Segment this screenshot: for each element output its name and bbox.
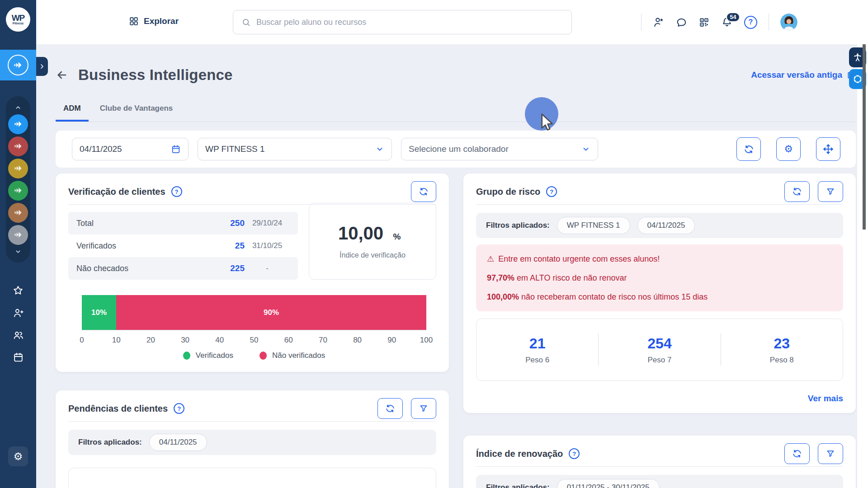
- units-scroll-up-button[interactable]: [14, 103, 22, 112]
- invite-user-button[interactable]: [653, 16, 665, 28]
- applied-filters: Filtros aplicados: 04/11/2025: [68, 430, 436, 455]
- legend-label: Verificados: [196, 351, 233, 360]
- refresh-all-button[interactable]: [736, 137, 761, 161]
- search-input[interactable]: [256, 18, 563, 27]
- filter-button[interactable]: [818, 443, 843, 464]
- dashboard-settings-button[interactable]: ⚙: [776, 137, 801, 161]
- unit-select[interactable]: WP FITNESS 1: [198, 138, 392, 160]
- row-date: 29/10/24: [245, 219, 290, 228]
- chevron-up-icon: [14, 103, 22, 112]
- star-icon: [12, 285, 24, 296]
- help-icon[interactable]: ?: [546, 186, 557, 197]
- stat-value: 21: [529, 335, 546, 352]
- notification-badge: 54: [726, 12, 740, 22]
- user-avatar[interactable]: [780, 14, 797, 31]
- unit-logo-icon: [8, 55, 28, 75]
- unit-switcher: [6, 96, 30, 263]
- gear-icon: ⚙: [14, 450, 23, 463]
- logo-subtext: Fitness: [13, 22, 24, 25]
- question-icon: ?: [550, 188, 553, 195]
- qr-code-button[interactable]: [698, 17, 710, 28]
- unit-circle-2[interactable]: [8, 136, 28, 156]
- help-icon[interactable]: ?: [569, 448, 580, 459]
- chat-icon: [676, 17, 687, 28]
- unit-circle-3[interactable]: [8, 159, 28, 178]
- sidebar-expand-button[interactable]: [36, 57, 48, 76]
- help-button[interactable]: ?: [744, 16, 757, 29]
- global-filter-bar: 04/11/2025 WP FITNESS 1 Selecione um col…: [56, 131, 856, 168]
- filter-button[interactable]: [411, 398, 436, 419]
- stat-peso-6: 21 Peso 6: [476, 335, 598, 365]
- notifications-button[interactable]: 54: [721, 16, 733, 28]
- page-scrollbar[interactable]: [863, 44, 866, 230]
- filter-chip: 04/11/2025: [149, 434, 207, 451]
- legacy-version-link[interactable]: Acessar versão antiga: [751, 70, 856, 80]
- accessibility-icon: [853, 52, 863, 62]
- back-button[interactable]: [56, 69, 68, 81]
- sidebar-menu: [0, 285, 36, 363]
- sidebar-item-clients[interactable]: [13, 329, 24, 341]
- grid-icon: [129, 16, 139, 26]
- stat-peso-7: 254 Peso 7: [599, 335, 720, 365]
- topbar-actions: 54 ?: [641, 0, 797, 44]
- rearrange-cards-button[interactable]: [816, 137, 840, 161]
- units-scroll-down-button[interactable]: [14, 247, 22, 256]
- refresh-button[interactable]: [377, 398, 403, 419]
- renewal-card-header: Índice de renovação ?: [476, 445, 843, 463]
- risk-alert: ⚠ Entre em contato urgente com esses alu…: [476, 244, 843, 311]
- unit-circle-1[interactable]: [8, 114, 28, 134]
- legend-dot: [183, 352, 190, 360]
- qr-code-icon: [698, 17, 710, 28]
- tab-adm[interactable]: ADM: [56, 104, 89, 122]
- collaborator-select[interactable]: Selecione um colaborador: [401, 138, 598, 160]
- legacy-version-label: Acessar versão antiga: [751, 70, 842, 80]
- cards-grid: Verificação de clientes ? Total 250: [56, 174, 856, 488]
- sidebar-item-schedule[interactable]: [13, 352, 24, 363]
- sidebar-item-favorites[interactable]: [12, 285, 24, 296]
- tab-clube-de-vantagens[interactable]: Clube de Vantagens: [92, 104, 181, 122]
- unit-circle-5[interactable]: [8, 203, 28, 223]
- help-icon[interactable]: ?: [171, 186, 182, 197]
- alert-line-3: 100,00% não receberam contato de risco n…: [487, 292, 832, 302]
- pending-card-header: Pendências de clientes ?: [68, 399, 436, 418]
- wp-fitness-logo[interactable]: WP Fitness: [6, 7, 30, 32]
- funnel-icon: [826, 187, 835, 196]
- filter-button[interactable]: [818, 181, 843, 202]
- row-value: 25: [216, 241, 245, 251]
- refresh-button[interactable]: [784, 181, 810, 202]
- chevron-down-icon: [375, 145, 384, 154]
- stat-label: Peso 6: [525, 356, 549, 365]
- row-date: -: [245, 264, 290, 273]
- refresh-button[interactable]: [411, 181, 436, 202]
- explore-label: Explorar: [144, 16, 179, 26]
- divider: [476, 204, 843, 205]
- unit-logo-icon: [14, 120, 23, 128]
- topbar: Explorar 54 ?: [36, 0, 868, 44]
- legend-label: Não verificados: [272, 351, 325, 360]
- chat-button[interactable]: [676, 17, 687, 28]
- chevron-down-icon: [581, 145, 590, 154]
- bar-segment-nao-verificados: 90%: [116, 295, 426, 330]
- left-column: Verificação de clientes ? Total 250: [56, 174, 449, 488]
- legend-item-verificados: Verificados: [183, 351, 233, 360]
- table-row: Não checados 225 -: [68, 257, 298, 280]
- sidebar-settings-button[interactable]: ⚙: [8, 446, 28, 466]
- refresh-icon: [744, 144, 754, 155]
- sidebar-item-add-client[interactable]: [13, 307, 24, 319]
- divider: [641, 14, 642, 31]
- question-icon: ?: [572, 450, 576, 457]
- unit-circle-4[interactable]: [8, 181, 28, 201]
- people-icon: [13, 329, 24, 341]
- see-more-link[interactable]: Ver mais: [476, 394, 843, 404]
- chart-legend: Verificados Não verificados: [82, 351, 426, 360]
- explore-button[interactable]: Explorar: [129, 16, 179, 26]
- funnel-icon: [419, 404, 428, 413]
- help-icon[interactable]: ?: [174, 403, 184, 414]
- x-tick: 40: [215, 336, 224, 345]
- date-filter-input[interactable]: 04/11/2025: [72, 138, 189, 160]
- unit-circle-6[interactable]: [8, 225, 28, 245]
- stat-peso-8: 23 Peso 8: [721, 335, 843, 365]
- active-unit-tile[interactable]: [0, 50, 36, 80]
- refresh-button[interactable]: [784, 443, 810, 464]
- unit-logo-icon: [14, 186, 23, 195]
